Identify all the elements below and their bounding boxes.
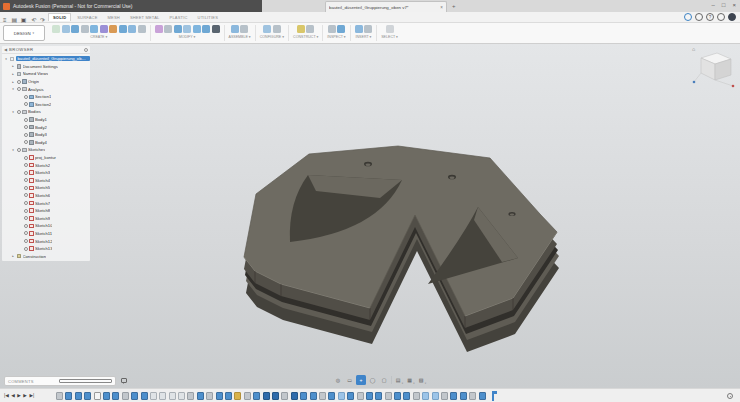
- browser-options-icon[interactable]: [84, 48, 88, 52]
- tree-item-sketch11[interactable]: Sketch11: [2, 230, 90, 238]
- viewcube[interactable]: ⌂: [691, 46, 737, 96]
- tool-icon[interactable]: [71, 25, 79, 33]
- tool-icon[interactable]: [263, 25, 271, 33]
- tree-item-construction[interactable]: ▸Construction: [2, 252, 90, 260]
- maximize-button[interactable]: □: [722, 1, 726, 9]
- tree-item-sketch6[interactable]: Sketch6: [2, 192, 90, 200]
- visibility-eye-icon[interactable]: [24, 156, 28, 160]
- timeline-feature-icon[interactable]: [375, 392, 382, 400]
- tool-icon[interactable]: [355, 25, 363, 33]
- timeline-feature-icon[interactable]: [310, 392, 317, 400]
- timeline-feature-icon[interactable]: [385, 392, 392, 400]
- timeline-feature-icon[interactable]: [357, 392, 364, 400]
- tool-icon[interactable]: [273, 25, 281, 33]
- minimize-button[interactable]: –: [712, 1, 715, 9]
- timeline-feature-icon[interactable]: [178, 392, 185, 400]
- expander-icon[interactable]: ▸: [11, 72, 15, 76]
- expander-icon[interactable]: ▾: [11, 87, 15, 91]
- tool-icon[interactable]: [109, 25, 117, 33]
- tool-icon[interactable]: [183, 25, 191, 33]
- comments-bar[interactable]: COMMENTS: [4, 376, 116, 386]
- tree-item-sketch2[interactable]: Sketch2: [2, 161, 90, 169]
- browser-collapse-icon[interactable]: ◀: [4, 47, 7, 52]
- timeline-feature-icon[interactable]: [432, 392, 439, 400]
- visibility-eye-icon[interactable]: [24, 125, 28, 129]
- timeline-feature-icon[interactable]: [300, 392, 307, 400]
- zoom-button[interactable]: ◯: [368, 375, 378, 385]
- ribbon-group-label[interactable]: SELECT ▾: [381, 35, 398, 39]
- notifications-icon[interactable]: [717, 13, 725, 21]
- tool-icon[interactable]: [119, 25, 127, 33]
- close-button[interactable]: ×: [732, 1, 736, 9]
- tab-solid[interactable]: SOLID: [48, 13, 71, 21]
- tool-icon[interactable]: [386, 25, 394, 33]
- tree-item-bauteil-d-senteil-gruppierung-oben-v7[interactable]: ▾bauteil_düsenteil_Gruppierung_oben v7: [2, 55, 90, 63]
- ribbon-group-label[interactable]: ASSEMBLE ▾: [229, 35, 251, 39]
- ribbon-group-label[interactable]: CREATE ▾: [90, 35, 107, 39]
- tree-item-document-settings[interactable]: ▸Document Settings: [2, 63, 90, 71]
- visibility-eye-icon[interactable]: [24, 178, 28, 182]
- tool-icon[interactable]: [240, 25, 248, 33]
- visibility-eye-icon[interactable]: [24, 95, 28, 99]
- ribbon-group-label[interactable]: CONFIGURE ▾: [260, 35, 284, 39]
- look-at-button[interactable]: ▭: [345, 375, 355, 385]
- tab-utilities[interactable]: UTILITIES: [194, 14, 222, 21]
- visibility-eye-icon[interactable]: [17, 110, 21, 114]
- comment-toggle-icon[interactable]: [121, 378, 127, 383]
- profile-avatar-icon[interactable]: [728, 13, 736, 21]
- timeline-feature-icon[interactable]: [141, 392, 148, 400]
- tool-icon[interactable]: [174, 25, 182, 33]
- step-back-button[interactable]: ◀: [11, 389, 15, 402]
- timeline-feature-icon[interactable]: [347, 392, 354, 400]
- tool-icon[interactable]: [212, 25, 220, 33]
- timeline-feature-icon[interactable]: [103, 392, 110, 400]
- tool-icon[interactable]: [306, 25, 314, 33]
- timeline-feature-icon[interactable]: [291, 392, 298, 400]
- timeline-feature-icon[interactable]: [65, 392, 72, 400]
- timeline-feature-icon[interactable]: [281, 392, 288, 400]
- timeline-feature-icon[interactable]: [469, 392, 476, 400]
- tree-item-section1[interactable]: Section1: [2, 93, 90, 101]
- timeline-feature-icon[interactable]: [84, 392, 91, 400]
- tree-item-body4[interactable]: Body4: [2, 139, 90, 147]
- tool-icon[interactable]: [62, 25, 70, 33]
- skip-to-end-button[interactable]: ▶|: [29, 389, 34, 402]
- orbit-button[interactable]: ◎: [333, 375, 343, 385]
- new-tab-button[interactable]: +: [452, 3, 456, 9]
- tree-item-sketches[interactable]: ▾Sketches: [2, 146, 90, 154]
- tree-item-section2[interactable]: Section2: [2, 101, 90, 109]
- tree-item-sketch3[interactable]: Sketch3: [2, 169, 90, 177]
- ribbon-group-label[interactable]: INSERT ▾: [356, 35, 372, 39]
- job-status-icon[interactable]: [684, 13, 692, 21]
- timeline-feature-icon[interactable]: [366, 392, 373, 400]
- timeline-feature-icon[interactable]: [56, 392, 63, 400]
- visibility-eye-icon[interactable]: [24, 247, 28, 251]
- timeline-feature-icon[interactable]: [319, 392, 326, 400]
- pan-button[interactable]: +: [356, 375, 366, 385]
- timeline-feature-icon[interactable]: [272, 392, 279, 400]
- timeline-feature-icon[interactable]: [244, 392, 251, 400]
- timeline-feature-icon[interactable]: [75, 392, 82, 400]
- timeline-position-marker[interactable]: [492, 391, 494, 401]
- workspace-selector[interactable]: DESIGN ▾: [3, 25, 45, 41]
- grid-settings-button[interactable]: ▦▾: [405, 375, 415, 385]
- timeline-feature-icon[interactable]: [263, 392, 270, 400]
- timeline-feature-icon[interactable]: [216, 392, 223, 400]
- tree-item-sketch9[interactable]: Sketch9: [2, 214, 90, 222]
- viewport-3d[interactable]: ⌂ ◀ BROWSER ▾bauteil_düsenteil_Gruppieru…: [0, 44, 740, 402]
- timeline-feature-icon[interactable]: [441, 392, 448, 400]
- help-icon[interactable]: ?: [706, 13, 714, 21]
- visibility-eye-icon[interactable]: [24, 163, 28, 167]
- timeline-feature-icon[interactable]: [206, 392, 213, 400]
- ribbon-group-label[interactable]: INSPECT ▾: [327, 35, 345, 39]
- visibility-eye-icon[interactable]: [24, 201, 28, 205]
- timeline-feature-icon[interactable]: [460, 392, 467, 400]
- tool-icon[interactable]: [202, 25, 210, 33]
- tool-icon[interactable]: [231, 25, 239, 33]
- model-3d-bracket[interactable]: [230, 124, 566, 364]
- tool-icon[interactable]: [90, 25, 98, 33]
- timeline-feature-icon[interactable]: [422, 392, 429, 400]
- visibility-eye-icon[interactable]: [24, 231, 28, 235]
- tool-icon[interactable]: [164, 25, 172, 33]
- document-tab-close-icon[interactable]: ×: [440, 5, 443, 10]
